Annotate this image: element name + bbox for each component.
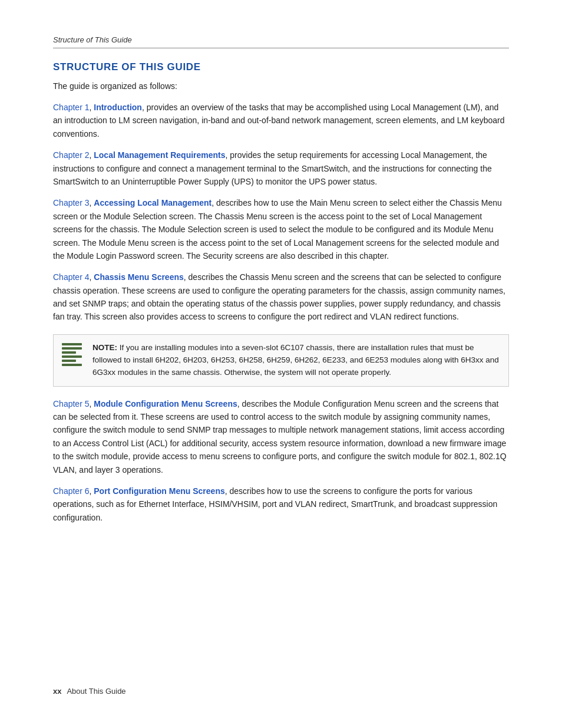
chapter-3-title: Accessing Local Management	[94, 198, 211, 207]
chapter-2-link[interactable]: Chapter 2	[53, 150, 89, 160]
chapter-4-link[interactable]: Chapter 4	[53, 272, 89, 282]
header-italic-label: Structure of This Guide	[53, 35, 509, 44]
chapter-1-link[interactable]: Chapter 1	[53, 103, 89, 112]
note-line-3	[62, 351, 76, 354]
note-line-5	[62, 360, 76, 362]
chapter-5-block: Chapter 5, Module Configuration Menu Scr…	[53, 397, 509, 476]
chapter-5-desc: , describes the Module Configuration Men…	[53, 399, 507, 475]
chapter-2-title: Local Management Requirements	[94, 150, 225, 160]
note-text: If you are installing modules into a sev…	[92, 343, 499, 377]
chapter-1-title: Introduction	[94, 103, 142, 112]
chapter-6-link[interactable]: Chapter 6	[53, 486, 89, 496]
chapter-4-title: Chassis Menu Screens	[94, 272, 184, 282]
note-lines	[62, 343, 84, 366]
footer-text: About This Guide	[67, 687, 125, 696]
footer: xx About This Guide	[53, 687, 126, 696]
note-label: NOTE:	[92, 343, 117, 352]
chapter-2-block: Chapter 2, Local Management Requirements…	[53, 149, 509, 188]
chapter-3-block: Chapter 3, Accessing Local Management, d…	[53, 196, 509, 262]
note-line-4	[62, 355, 82, 358]
note-icon	[62, 343, 84, 366]
chapter-5-title: Module Configuration Menu Screens	[94, 399, 237, 409]
chapter-4-block: Chapter 4, Chassis Menu Screens, describ…	[53, 271, 509, 324]
chapter-6-title: Port Configuration Menu Screens	[94, 486, 224, 496]
chapter-1-block: Chapter 1, Introduction, provides an ove…	[53, 101, 509, 140]
note-content: NOTE: If you are installing modules into…	[92, 342, 500, 379]
note-line-1	[62, 343, 82, 345]
chapter-6-block: Chapter 6, Port Configuration Menu Scree…	[53, 485, 509, 524]
chapter-3-link[interactable]: Chapter 3	[53, 198, 89, 207]
footer-page-number: xx	[53, 687, 61, 696]
intro-text: The guide is organized as follows:	[53, 80, 509, 93]
page: Structure of This Guide STRUCTURE OF THI…	[0, 0, 562, 728]
header-section: Structure of This Guide	[53, 35, 509, 48]
header-rule	[53, 48, 509, 48]
note-line-2	[62, 347, 82, 350]
note-box: NOTE: If you are installing modules into…	[53, 334, 509, 387]
note-line-6	[62, 364, 82, 366]
section-title: STRUCTURE OF THIS GUIDE	[53, 61, 509, 73]
chapter-5-link[interactable]: Chapter 5	[53, 399, 89, 409]
